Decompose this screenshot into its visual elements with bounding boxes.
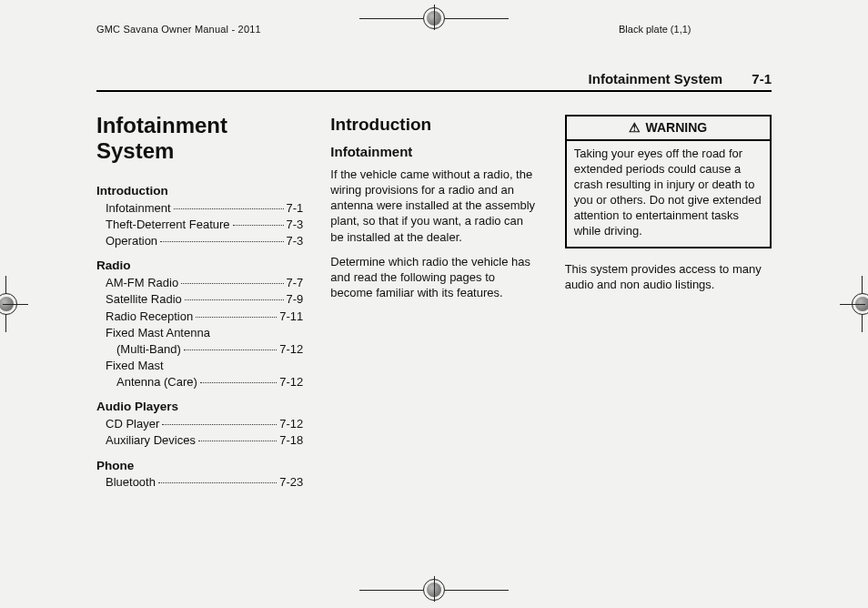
crop-mark-bottom: [359, 579, 509, 601]
paragraph: Determine which radio the vehicle has an…: [330, 254, 537, 300]
paragraph: If the vehicle came without a radio, the…: [330, 167, 537, 245]
warning-heading: ⚠ WARNING: [567, 117, 770, 141]
manual-title: GMC Savana Owner Manual - 2011: [96, 24, 261, 35]
content-columns: Infotainment System Introduction Infotai…: [96, 109, 772, 553]
toc-entry: CD Player7-12: [96, 416, 303, 431]
section-name: Infotainment System: [589, 71, 723, 86]
toc-entry: Fixed Mast: [96, 358, 303, 373]
warning-box: ⚠ WARNING Taking your eyes off the road …: [565, 115, 772, 248]
toc-entry: Auxiliary Devices7-18: [96, 432, 303, 448]
toc-entry: Fixed Mast Antenna: [96, 325, 303, 340]
warning-icon: ⚠: [629, 121, 641, 134]
toc-head-phone: Phone: [96, 458, 303, 474]
crop-mark-right: [862, 276, 863, 332]
column-2: Introduction Infotainment If the vehicle…: [330, 109, 537, 553]
column-1: Infotainment System Introduction Infotai…: [96, 109, 303, 553]
chapter-title: Infotainment System: [96, 113, 303, 163]
chapter-title-line1: Infotainment: [96, 113, 227, 137]
plate-text: Black plate (1,1): [619, 24, 691, 35]
toc-entry: Infotainment7-1: [96, 200, 303, 216]
toc-entry: AM-FM Radio7-7: [96, 275, 303, 290]
toc-entry: Bluetooth7-23: [96, 474, 303, 490]
page-number: 7-1: [752, 71, 772, 86]
crop-mark-top: [359, 7, 509, 29]
paragraph: This system provides access to many audi…: [565, 261, 772, 292]
toc-head-audio: Audio Players: [96, 399, 303, 415]
header-rule: [96, 90, 772, 92]
warning-title: WARNING: [645, 119, 707, 136]
toc-entry: Radio Reception7-11: [96, 309, 303, 324]
toc-head-radio: Radio: [96, 258, 303, 274]
toc-entry: Satellite Radio7-9: [96, 291, 303, 307]
running-head: Infotainment System 7-1: [589, 71, 772, 86]
chapter-title-line2: System: [96, 138, 174, 163]
crop-mark-left: [5, 276, 6, 332]
toc-entry: Antenna (Care)7-12: [96, 374, 303, 390]
toc-entry: Theft-Deterrent Feature7-3: [96, 217, 303, 232]
subsection-heading-infotainment: Infotainment: [330, 143, 537, 161]
section-heading-introduction: Introduction: [330, 113, 537, 136]
toc-entry: Operation7-3: [96, 233, 303, 248]
warning-body: Taking your eyes off the road for extend…: [567, 141, 770, 246]
column-3: ⚠ WARNING Taking your eyes off the road …: [565, 109, 772, 553]
toc-head-introduction: Introduction: [96, 183, 303, 199]
toc-entry: (Multi-Band)7-12: [96, 341, 303, 357]
